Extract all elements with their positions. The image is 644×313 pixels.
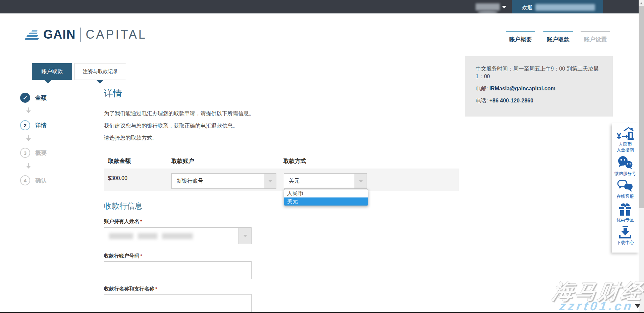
instruction-text: 我们建议您与您的银行联系，获取正确的电汇退款信息。 <box>104 123 238 130</box>
step-summary: 3 概要 <box>20 148 47 158</box>
promotions-gift-icon <box>619 202 632 216</box>
welcome-label: 欢迎 <box>522 4 533 11</box>
nav-account-withdrawal[interactable]: 账户取款 <box>543 31 573 43</box>
bank-branch-name-label: 收款行名称和支行名称* <box>104 286 157 292</box>
bank-account-number-input[interactable] <box>104 261 252 279</box>
sidebar-item-promotions[interactable]: 优惠专区 <box>616 202 634 223</box>
tab-pointer-icon <box>96 80 104 84</box>
instruction-text: 请选择您的取款方式: <box>104 135 154 142</box>
sidebar-item-live-chat[interactable]: 在线客服 <box>616 179 634 199</box>
option-usd[interactable]: 美元 <box>284 197 368 206</box>
withdrawal-account-dropdown[interactable]: 新银行账号 <box>171 173 276 189</box>
chevron-down-icon[interactable] <box>355 174 367 188</box>
account-holder-name-blurred <box>109 233 198 239</box>
col-header-withdrawal-amount: 取款金额 <box>108 157 131 165</box>
logo-capital-text: CAPITAL <box>86 28 147 42</box>
live-chat-icon <box>617 179 633 193</box>
step-number: 3 <box>20 148 30 158</box>
email-value: IRMasia@gaincapital.com <box>489 86 555 91</box>
wechat-icon <box>617 156 633 170</box>
account-name-blurred[interactable] <box>476 3 500 10</box>
gain-capital-logo: GAIN CAPITAL <box>25 28 147 42</box>
required-asterisk: * <box>155 286 157 292</box>
chevron-down-icon[interactable] <box>264 174 276 188</box>
account-holder-name-label: 账户持有人姓名* <box>104 218 142 225</box>
step-amount: ✔ 金额 <box>20 93 47 103</box>
account-dropdown-caret-icon[interactable] <box>502 6 506 8</box>
required-asterisk: * <box>140 253 142 259</box>
logo-stripes-icon <box>25 29 41 40</box>
step-down-arrow-icon <box>26 163 31 169</box>
tab-pointer-icon <box>44 80 52 84</box>
step-down-arrow-icon <box>26 135 31 141</box>
service-email-row: 电邮: IRMasia@gaincapital.com <box>476 85 602 92</box>
phone-label: 电话: <box>476 98 488 103</box>
step-down-arrow-icon <box>26 107 31 113</box>
scrollbar-thumb[interactable] <box>639 6 644 208</box>
col-header-withdrawal-method: 取款方式 <box>283 157 306 165</box>
logo-gain-text: GAIN <box>43 28 76 42</box>
top-bar: 欢迎 <box>0 0 644 13</box>
page-scrollbar[interactable] <box>639 0 644 313</box>
cursor-arrow-icon <box>635 304 640 308</box>
tab-account-withdrawal[interactable]: 账户取款 <box>32 63 72 80</box>
withdrawal-method-dropdown[interactable]: 美元 <box>284 173 367 189</box>
phone-value: +86 400-120-2860 <box>489 98 533 103</box>
withdrawal-amount-value: $300.00 <box>108 175 127 181</box>
bank-info-section-title: 收款行信息 <box>104 201 143 211</box>
chevron-down-icon[interactable] <box>238 228 251 244</box>
download-center-icon <box>619 226 632 239</box>
sidebar-item-download-center[interactable]: 下载中心 <box>616 226 634 245</box>
option-rmb[interactable]: 人民币 <box>284 189 368 197</box>
sidebar-item-rmb-deposit-guide[interactable]: ¥ 人民币 入金指南 <box>616 127 634 153</box>
account-holder-name-select[interactable] <box>104 227 252 244</box>
watermark-url: zzrt01.cn <box>558 299 635 313</box>
col-header-withdrawal-account: 取款账户 <box>171 157 194 165</box>
email-label: 电邮: <box>476 86 488 91</box>
step-number: 2 <box>20 120 30 130</box>
service-phone-row: 电话: +86 400-120-2860 <box>476 97 602 104</box>
bank-branch-name-input[interactable] <box>104 294 252 312</box>
step-number: 4 <box>20 175 30 185</box>
bank-account-number-label: 收款行账户号码* <box>104 253 142 259</box>
service-hours-text: 中文服务时间：周一至周五上午9：00 到第二天凌晨1：00 <box>476 65 602 80</box>
scrollbar-up-arrow-icon[interactable] <box>640 2 643 4</box>
tab-funding-withdrawal-history[interactable]: 注资与取款记录 <box>74 63 126 80</box>
rmb-deposit-guide-icon: ¥ <box>616 127 634 141</box>
step-details: 2 详情 <box>20 120 47 130</box>
svg-text:¥: ¥ <box>616 131 622 141</box>
welcome-username-blurred <box>535 4 595 11</box>
page-title: 详情 <box>104 87 122 99</box>
withdrawal-table-row <box>104 168 459 191</box>
step-confirm: 4 确认 <box>20 175 47 185</box>
service-info-panel: 中文服务时间：周一至周五上午9：00 到第二天凌晨1：00 电邮: IRMasi… <box>465 56 613 117</box>
floating-service-bar: ¥ 人民币 入金指南 微信服务号 在线客服 <box>612 123 639 253</box>
nav-account-settings[interactable]: 账户设置 <box>581 31 610 43</box>
nav-account-overview[interactable]: 账户概要 <box>506 31 535 43</box>
instruction-text: 为了我们能通过电汇办理您的取款申请，请提供以下所需信息。 <box>104 110 254 117</box>
header: GAIN CAPITAL 账户概要 账户取款 账户设置 <box>0 13 639 54</box>
currency-dropdown-list: 人民币 美元 <box>284 189 368 206</box>
required-asterisk: * <box>140 218 142 224</box>
sidebar-item-wechat[interactable]: 微信服务号 <box>614 156 636 176</box>
logo-divider <box>80 28 81 42</box>
check-icon: ✔ <box>20 93 30 103</box>
